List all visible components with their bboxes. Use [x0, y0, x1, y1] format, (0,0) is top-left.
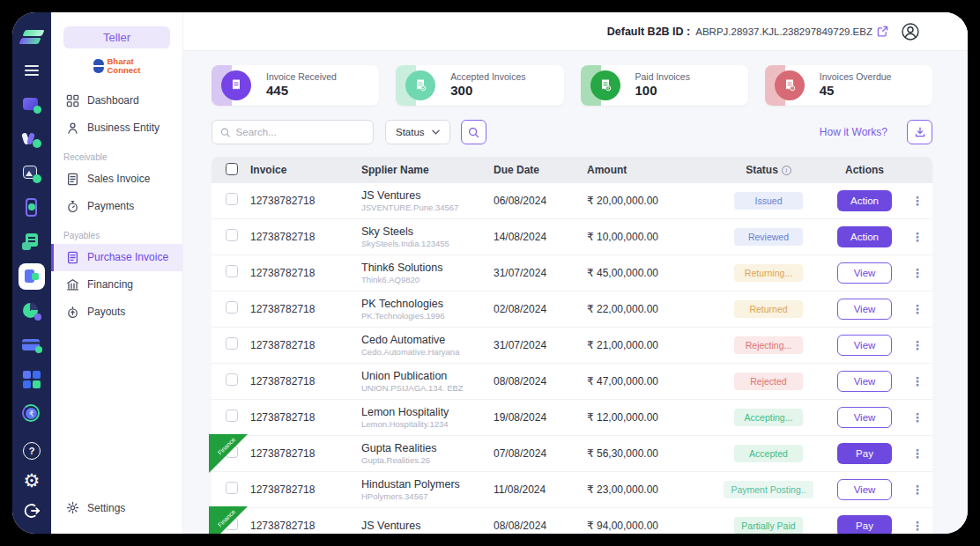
table-row: 12738782718 Hindustan PolymersHPolymers.… [212, 472, 932, 508]
kebab-menu-icon[interactable]: ⋮ [902, 266, 932, 280]
receipt-icon [221, 70, 251, 100]
section-receivable: Receivable [51, 142, 182, 166]
kebab-menu-icon[interactable]: ⋮ [902, 410, 932, 424]
invoice-note-icon[interactable] [20, 231, 43, 254]
chevron-down-icon [432, 129, 440, 135]
row-checkbox[interactable] [226, 410, 238, 422]
topbar: Default B2B ID : ABRPJ.28937.KJL.2382978… [183, 12, 968, 51]
stopwatch-icon [66, 200, 79, 213]
sidebar-item-settings[interactable]: Settings [51, 494, 182, 521]
sidebar-item-financing[interactable]: Financing [51, 271, 182, 299]
col-status: Statusi [710, 164, 827, 176]
sidebar-item-business-entity[interactable]: Business Entity [51, 114, 182, 142]
stat-invoices-overdue: ! Invoices Overdue 45 [765, 65, 932, 106]
external-link-icon[interactable] [877, 26, 888, 37]
kebab-menu-icon[interactable]: ⋮ [902, 302, 932, 316]
receipt-overdue-icon: ! [775, 70, 805, 100]
kebab-menu-icon[interactable]: ⋮ [902, 374, 932, 388]
table-row: 12738782718 Lemon HospitalityLemon.Hospi… [212, 400, 932, 436]
status-filter-dropdown[interactable]: Status [385, 120, 450, 144]
status-badge: Returning... [734, 264, 803, 282]
bank-icon [66, 278, 79, 291]
table-row: 12738782718 Sky SteelsSkySteels.India.12… [212, 219, 932, 255]
row-checkbox[interactable] [226, 337, 238, 350]
view-button[interactable]: View [837, 262, 892, 284]
search-button[interactable] [461, 120, 486, 144]
row-checkbox[interactable] [226, 265, 238, 277]
col-actions: Actions [827, 164, 902, 176]
svg-text:!: ! [791, 86, 792, 91]
menu-icon[interactable] [25, 65, 39, 76]
help-icon[interactable]: ? [23, 442, 41, 460]
receipt-paid-icon: ₹ [590, 70, 620, 100]
image-upload-icon[interactable] [20, 162, 43, 185]
status-badge: Accepting... [734, 409, 803, 426]
purchase-invoice-rail-icon[interactable] [19, 263, 45, 290]
row-checkbox[interactable] [226, 229, 238, 241]
search-input-wrap [212, 120, 374, 144]
b2b-id-label: Default B2B ID : [607, 26, 690, 38]
search-input[interactable] [236, 127, 365, 137]
sidebar-item-sales-invoice[interactable]: Sales Invoice [51, 166, 182, 193]
sidebar-item-payments[interactable]: Payments [51, 193, 182, 220]
kebab-menu-icon[interactable]: ⋮ [902, 194, 932, 208]
card-icon[interactable] [20, 334, 43, 357]
view-button[interactable]: View [837, 371, 892, 392]
sidebar-item-dashboard[interactable]: Dashboard [51, 87, 182, 114]
view-button[interactable]: View [837, 335, 892, 356]
row-checkbox[interactable] [226, 482, 238, 494]
action-button[interactable]: Action [837, 190, 892, 211]
person-icon [66, 122, 79, 135]
table-row: 12738782718 JS VenturesJSVENTURE.Pune.34… [212, 183, 932, 219]
select-all-checkbox[interactable] [226, 163, 238, 175]
stat-invoice-received: Invoice Received 445 [212, 65, 379, 106]
download-button[interactable] [907, 120, 932, 144]
kebab-menu-icon[interactable]: ⋮ [902, 230, 932, 244]
view-button[interactable]: View [837, 299, 892, 320]
info-icon[interactable]: i [782, 166, 791, 175]
kebab-menu-icon[interactable]: ⋮ [902, 519, 932, 533]
view-button[interactable]: View [837, 407, 892, 428]
kebab-menu-icon[interactable]: ⋮ [902, 446, 932, 461]
how-it-works-link[interactable]: How it Works? [820, 126, 887, 138]
pay-button[interactable]: Pay [837, 515, 892, 534]
kebab-menu-icon[interactable]: ⋮ [902, 483, 932, 497]
stat-accepted-invoices: Accepted Invoices 300 [396, 65, 563, 106]
status-badge: Issued [734, 192, 803, 210]
dashboard-icon [66, 94, 79, 107]
table-header: Invoice Spplier Name Due Date Amount Sta… [212, 157, 932, 183]
table-row: Finance 12738782718 JS Ventures 08/08/20… [212, 508, 932, 534]
rail-bottom: ? ⚙ [23, 442, 41, 520]
col-supplier-name: Spplier Name [361, 164, 494, 176]
bharat-connect-logo: BharatConnect [51, 57, 182, 75]
sidebar-item-payouts[interactable]: Payouts [51, 299, 182, 326]
content: Invoice Received 445 Accepted Invoices 3… [183, 51, 968, 534]
pie-chart-icon[interactable] [20, 299, 43, 322]
table-row: 12738782718 Think6 SolutionsThink6.AQ982… [212, 255, 932, 291]
toolbar: Status How it Works? [212, 120, 932, 144]
settings-gear-icon[interactable]: ⚙ [24, 472, 41, 490]
table-row: 12738782718 PK TechnologiesPK.Technologi… [212, 291, 932, 328]
rupee-refresh-icon[interactable]: ₹ [20, 402, 43, 425]
action-button[interactable]: Action [837, 226, 892, 247]
logout-icon[interactable] [23, 502, 41, 520]
teller-badge[interactable]: Teller [63, 26, 170, 48]
phone-icon[interactable] [20, 196, 43, 219]
row-checkbox[interactable] [226, 301, 238, 314]
kebab-menu-icon[interactable]: ⋮ [902, 338, 932, 352]
view-button[interactable]: View [837, 479, 892, 500]
table-row: 12738782718 Union PublicationUNION.PSIJA… [212, 364, 932, 400]
payments-hand-icon[interactable] [20, 128, 43, 151]
row-checkbox[interactable] [226, 373, 238, 386]
col-amount: Amount [587, 164, 710, 176]
col-due-date: Due Date [494, 164, 587, 176]
status-badge: Accepted [734, 445, 803, 462]
wallet-icon[interactable] [20, 93, 43, 116]
status-badge: Rejected [734, 373, 803, 390]
payout-timer-icon [66, 306, 79, 319]
pay-button[interactable]: Pay [837, 443, 892, 464]
user-avatar-icon[interactable] [901, 22, 920, 41]
sidebar-item-purchase-invoice[interactable]: Purchase Invoice [51, 244, 182, 271]
grid-icon[interactable] [20, 368, 43, 391]
row-checkbox[interactable] [226, 193, 238, 205]
